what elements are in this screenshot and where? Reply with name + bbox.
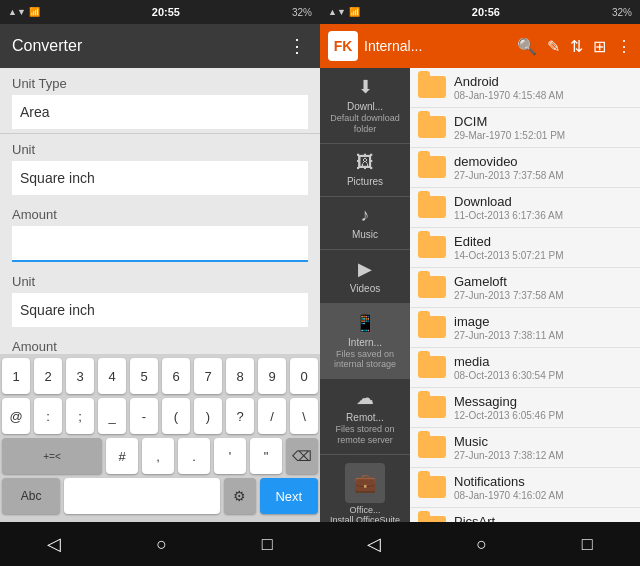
grid-icon[interactable]: ⊞ (593, 37, 606, 56)
file-info-5: Gameloft 27-Jun-2013 7:37:58 AM (454, 274, 632, 301)
sidebar-videos-label: Videos (350, 283, 380, 295)
file-item-5[interactable]: Gameloft 27-Jun-2013 7:37:58 AM (410, 268, 640, 308)
key-apos[interactable]: ' (214, 438, 246, 474)
edit-icon[interactable]: ✎ (547, 37, 560, 56)
key-underscore[interactable]: _ (98, 398, 126, 434)
home-button-left[interactable]: ○ (156, 534, 167, 555)
key-5[interactable]: 5 (130, 358, 158, 394)
file-item-11[interactable]: PicsArt 11-Oct-2013 5:49:14 PM (410, 508, 640, 522)
key-settings[interactable]: ⚙ (224, 478, 256, 514)
file-item-10[interactable]: Notifications 08-Jan-1970 4:16:02 AM (410, 468, 640, 508)
keyboard-row-2: @ : ; _ - ( ) ? / \ (2, 398, 318, 434)
folder-icon-4 (418, 236, 446, 260)
file-item-6[interactable]: image 27-Jun-2013 7:38:11 AM (410, 308, 640, 348)
sidebar-item-officesuite[interactable]: 💼 Office...Install OfficeSuite (320, 455, 410, 522)
file-header-icons: 🔍 ✎ ⇅ ⊞ ⋮ (517, 37, 632, 56)
file-item-9[interactable]: Music 27-Jun-2013 7:38:12 AM (410, 428, 640, 468)
menu-button[interactable]: ⋮ (288, 35, 308, 57)
more-icon[interactable]: ⋮ (616, 37, 632, 56)
amount-section-2: Amount (0, 331, 320, 354)
sidebar-music-label: Music (352, 229, 378, 241)
key-7[interactable]: 7 (194, 358, 222, 394)
key-symbols[interactable]: +=< (2, 438, 102, 474)
file-header-title: Internal... (364, 38, 511, 54)
key-backslash[interactable]: \ (290, 398, 318, 434)
file-name-6: image (454, 314, 632, 329)
home-button-right[interactable]: ○ (476, 534, 487, 555)
key-lparen[interactable]: ( (162, 398, 190, 434)
key-0[interactable]: 0 (290, 358, 318, 394)
internal-icon: 📱 (354, 312, 376, 334)
file-item-0[interactable]: Android 08-Jan-1970 4:15:48 AM (410, 68, 640, 108)
remote-icon: ☁ (356, 387, 374, 409)
file-name-1: DCIM (454, 114, 632, 129)
key-1[interactable]: 1 (2, 358, 30, 394)
sidebar-item-download[interactable]: ⬇ Downl... Default download folder (320, 68, 410, 144)
unit-section-1: Unit Square inch (0, 134, 320, 199)
file-name-2: demovideo (454, 154, 632, 169)
search-icon[interactable]: 🔍 (517, 37, 537, 56)
amount-input-1[interactable] (12, 226, 308, 262)
sidebar-pictures-label: Pictures (347, 176, 383, 188)
file-date-7: 08-Oct-2013 6:30:54 PM (454, 370, 632, 381)
file-info-4: Edited 14-Oct-2013 5:07:21 PM (454, 234, 632, 261)
unit-type-label: Unit Type (12, 76, 308, 91)
sidebar-item-internal[interactable]: 📱 Intern... Files saved on internal stor… (320, 304, 410, 380)
left-panel: ▲▼ 📶 20:55 32% Converter ⋮ Unit Type Are… (0, 0, 320, 566)
file-name-5: Gameloft (454, 274, 632, 289)
file-item-7[interactable]: media 08-Oct-2013 6:30:54 PM (410, 348, 640, 388)
key-8[interactable]: 8 (226, 358, 254, 394)
sidebar-item-remote[interactable]: ☁ Remot... Files stored on remote server (320, 379, 410, 455)
back-button-right[interactable]: ◁ (367, 533, 381, 555)
sidebar-item-videos[interactable]: ▶ Videos (320, 250, 410, 304)
file-date-6: 27-Jun-2013 7:38:11 AM (454, 330, 632, 341)
key-slash[interactable]: / (258, 398, 286, 434)
recent-button-right[interactable]: □ (582, 534, 593, 555)
download-icon: ⬇ (358, 76, 373, 98)
file-info-7: media 08-Oct-2013 6:30:54 PM (454, 354, 632, 381)
key-6[interactable]: 6 (162, 358, 190, 394)
sidebar-item-pictures[interactable]: 🖼 Pictures (320, 144, 410, 197)
folder-icon-8 (418, 396, 446, 420)
folder-icon-11 (418, 516, 446, 523)
key-quote[interactable]: " (250, 438, 282, 474)
key-rparen[interactable]: ) (194, 398, 222, 434)
time-right: 20:56 (472, 6, 500, 18)
recent-button-left[interactable]: □ (262, 534, 273, 555)
key-2[interactable]: 2 (34, 358, 62, 394)
key-question[interactable]: ? (226, 398, 254, 434)
keyboard-row-4: Abc ⚙ Next (2, 478, 318, 514)
sidebar-item-music[interactable]: ♪ Music (320, 197, 410, 250)
file-item-2[interactable]: demovideo 27-Jun-2013 7:37:58 AM (410, 148, 640, 188)
file-info-0: Android 08-Jan-1970 4:15:48 AM (454, 74, 632, 101)
key-9[interactable]: 9 (258, 358, 286, 394)
key-3[interactable]: 3 (66, 358, 94, 394)
signal-icon: ▲▼ (8, 7, 26, 17)
file-sidebar: ⬇ Downl... Default download folder 🖼 Pic… (320, 68, 410, 522)
file-item-4[interactable]: Edited 14-Oct-2013 5:07:21 PM (410, 228, 640, 268)
file-header: FK Internal... 🔍 ✎ ⇅ ⊞ ⋮ (320, 24, 640, 68)
pictures-icon: 🖼 (356, 152, 374, 173)
key-del[interactable]: ⌫ (286, 438, 318, 474)
key-semicolon[interactable]: ; (66, 398, 94, 434)
file-item-1[interactable]: DCIM 29-Mar-1970 1:52:01 PM (410, 108, 640, 148)
key-space[interactable] (64, 478, 219, 514)
next-button[interactable]: Next (260, 478, 318, 514)
key-hash[interactable]: # (106, 438, 138, 474)
key-colon[interactable]: : (34, 398, 62, 434)
folder-icon-5 (418, 276, 446, 300)
file-item-8[interactable]: Messaging 12-Oct-2013 6:05:46 PM (410, 388, 640, 428)
key-at[interactable]: @ (2, 398, 30, 434)
unit-type-section: Unit Type Area (0, 68, 320, 133)
file-body: ⬇ Downl... Default download folder 🖼 Pic… (320, 68, 640, 522)
sort-icon[interactable]: ⇅ (570, 37, 583, 56)
folder-icon-6 (418, 316, 446, 340)
key-abc[interactable]: Abc (2, 478, 60, 514)
key-4[interactable]: 4 (98, 358, 126, 394)
key-period[interactable]: . (178, 438, 210, 474)
back-button-left[interactable]: ◁ (47, 533, 61, 555)
file-date-0: 08-Jan-1970 4:15:48 AM (454, 90, 632, 101)
file-item-3[interactable]: Download 11-Oct-2013 6:17:36 AM (410, 188, 640, 228)
key-comma[interactable]: , (142, 438, 174, 474)
key-dash[interactable]: - (130, 398, 158, 434)
